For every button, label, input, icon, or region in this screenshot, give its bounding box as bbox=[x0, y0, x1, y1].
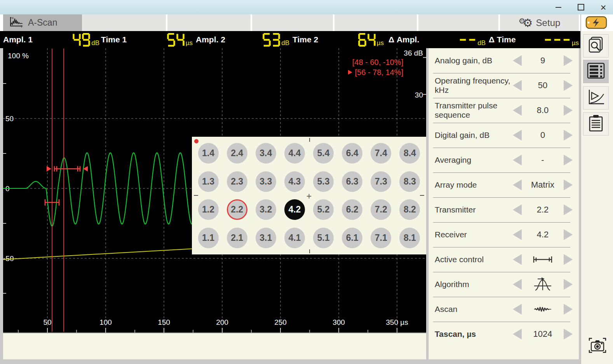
element-8.1[interactable]: 8.1 bbox=[399, 228, 420, 248]
element-3.1[interactable]: 3.1 bbox=[256, 228, 276, 248]
magnifier-pages-icon bbox=[588, 37, 604, 55]
measure-unit: dB bbox=[477, 40, 486, 46]
element-4.1[interactable]: 4.1 bbox=[284, 228, 305, 248]
decrease-arrow-button[interactable] bbox=[513, 204, 522, 215]
element-5.1[interactable]: 5.1 bbox=[313, 228, 334, 248]
settings-row-transmitter-pulse-sequence: Transmitter pulse sequence8.0 bbox=[428, 98, 579, 123]
matrix-cell: 3.3 bbox=[251, 167, 280, 196]
decrease-arrow-button[interactable] bbox=[513, 155, 522, 165]
increase-arrow-button[interactable] bbox=[564, 279, 573, 290]
element-1.2[interactable]: 1.2 bbox=[198, 199, 219, 220]
gain-curve-button[interactable] bbox=[583, 86, 609, 110]
close-button[interactable]: × bbox=[599, 3, 608, 12]
element-4.3[interactable]: 4.3 bbox=[284, 171, 305, 192]
element-6.3[interactable]: 6.3 bbox=[342, 171, 362, 192]
matrix-cell: 1.1 bbox=[194, 224, 223, 252]
decrease-arrow-button[interactable] bbox=[513, 130, 522, 141]
element-5.2[interactable]: 5.2 bbox=[313, 199, 334, 220]
measure-label: Time 1 bbox=[101, 35, 127, 44]
element-2.2-transmitter[interactable]: 2.2 bbox=[227, 199, 247, 220]
svg-text:[48 - 60, -10%]: [48 - 60, -10%] bbox=[352, 58, 403, 66]
tab-empty-3[interactable] bbox=[252, 14, 333, 31]
decrease-arrow-button[interactable] bbox=[513, 105, 522, 116]
increase-arrow-button[interactable] bbox=[564, 155, 573, 165]
matrix-cell: 1.3 bbox=[194, 167, 223, 196]
element-2.1[interactable]: 2.1 bbox=[227, 228, 247, 248]
tab-empty-1[interactable] bbox=[82, 14, 166, 31]
element-8.2[interactable]: 8.2 bbox=[399, 199, 420, 220]
element-6.4[interactable]: 6.4 bbox=[342, 143, 362, 164]
play-curve-icon bbox=[587, 89, 605, 107]
matrix-cell: 2.4 bbox=[223, 139, 251, 167]
matrix-cell: 5.1 bbox=[309, 224, 338, 252]
tab-empty-2[interactable] bbox=[167, 14, 251, 31]
element-7.2[interactable]: 7.2 bbox=[371, 199, 391, 220]
report-button[interactable] bbox=[583, 112, 609, 136]
settings-value: 1024 bbox=[522, 329, 564, 339]
decrease-arrow-button[interactable] bbox=[513, 229, 522, 240]
decrease-arrow-button[interactable] bbox=[513, 55, 522, 66]
tab-empty-4[interactable] bbox=[334, 14, 417, 31]
tab-a-scan[interactable]: % t A-Scan bbox=[3, 14, 86, 31]
envelope-peak-icon bbox=[522, 277, 564, 292]
decrease-arrow-button[interactable] bbox=[513, 254, 522, 265]
element-3.2[interactable]: 3.2 bbox=[256, 199, 276, 220]
element-6.1[interactable]: 6.1 bbox=[342, 228, 362, 248]
increase-arrow-button[interactable] bbox=[564, 179, 573, 190]
element-7.3[interactable]: 7.3 bbox=[371, 171, 391, 192]
increase-arrow-button[interactable] bbox=[564, 304, 573, 315]
tab-empty-5[interactable] bbox=[418, 14, 498, 31]
measure-unit: µs bbox=[377, 40, 384, 46]
measure-unit: dB bbox=[281, 40, 289, 46]
settings-list-button[interactable] bbox=[583, 60, 609, 83]
settings-row-tascan-s: Tascan, µs1024 bbox=[428, 322, 579, 347]
decrease-arrow-button[interactable] bbox=[513, 329, 522, 340]
increase-arrow-button[interactable] bbox=[564, 329, 573, 340]
increase-arrow-button[interactable] bbox=[564, 130, 573, 141]
element-5.4[interactable]: 5.4 bbox=[313, 143, 334, 164]
decrease-arrow-button[interactable] bbox=[513, 80, 522, 91]
maximize-button[interactable] bbox=[576, 3, 585, 12]
element-4.4[interactable]: 4.4 bbox=[284, 143, 305, 164]
decrease-arrow-button[interactable] bbox=[513, 304, 522, 315]
element-1.1[interactable]: 1.1 bbox=[198, 228, 219, 248]
element-3.3[interactable]: 3.3 bbox=[256, 171, 276, 192]
element-8.4[interactable]: 8.4 bbox=[399, 143, 420, 164]
element-3.4[interactable]: 3.4 bbox=[256, 143, 276, 164]
increase-arrow-button[interactable] bbox=[564, 254, 573, 265]
matrix-cell: 5.2 bbox=[309, 196, 338, 224]
screenshot-button[interactable] bbox=[586, 336, 609, 356]
minimize-button[interactable] bbox=[554, 3, 562, 12]
measure-group-ampl-1: Ampl. 1dB bbox=[3, 31, 99, 48]
element-8.3[interactable]: 8.3 bbox=[399, 171, 420, 192]
increase-arrow-button[interactable] bbox=[564, 229, 573, 240]
matrix-cell: 1.4 bbox=[194, 139, 223, 167]
setup-label: Setup bbox=[536, 17, 561, 28]
settings-value: 50 bbox=[522, 80, 564, 91]
measure-value: dB bbox=[73, 33, 99, 47]
decrease-arrow-button[interactable] bbox=[513, 179, 522, 190]
settings-value: 2.2 bbox=[522, 205, 564, 215]
element-5.3[interactable]: 5.3 bbox=[313, 171, 334, 192]
element-1.4[interactable]: 1.4 bbox=[198, 143, 219, 164]
increase-arrow-button[interactable] bbox=[564, 80, 573, 91]
matrix-cell: 2.3 bbox=[223, 167, 251, 196]
settings-label: Digital gain, dB bbox=[435, 131, 513, 140]
settings-label: Array mode bbox=[435, 180, 513, 190]
svg-text:36 dB: 36 dB bbox=[404, 49, 423, 57]
element-1.3[interactable]: 1.3 bbox=[198, 171, 219, 192]
increase-arrow-button[interactable] bbox=[564, 55, 573, 66]
setup-button[interactable]: ⚙⚙ Setup bbox=[500, 14, 579, 31]
zoom-view-button[interactable] bbox=[583, 34, 609, 57]
element-2.3[interactable]: 2.3 bbox=[227, 171, 247, 192]
element-4.2-receiver[interactable]: 4.2 bbox=[284, 199, 305, 220]
increase-arrow-button[interactable] bbox=[564, 204, 573, 215]
element-2.4[interactable]: 2.4 bbox=[227, 143, 247, 164]
element-6.2[interactable]: 6.2 bbox=[342, 199, 362, 220]
element-7.4[interactable]: 7.4 bbox=[371, 143, 391, 164]
element-7.1[interactable]: 7.1 bbox=[371, 228, 391, 248]
decrease-arrow-button[interactable] bbox=[513, 279, 522, 290]
title-bar: × bbox=[0, 0, 613, 14]
increase-arrow-button[interactable] bbox=[564, 105, 573, 116]
matrix-cell: 7.4 bbox=[367, 139, 395, 167]
